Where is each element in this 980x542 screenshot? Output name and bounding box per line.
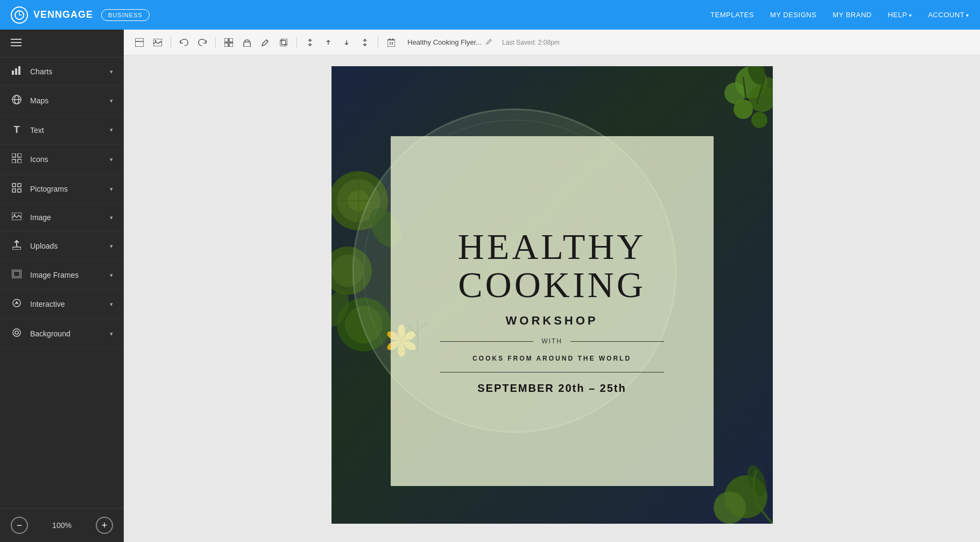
nav-links: TEMPLATES MY DESIGNS MY BRAND HELP ACCOU… bbox=[710, 11, 969, 19]
nav-help[interactable]: HELP bbox=[888, 11, 912, 19]
svg-rect-40 bbox=[280, 40, 286, 46]
svg-point-32 bbox=[155, 40, 157, 41]
uploads-icon bbox=[11, 240, 23, 252]
sidebar-item-maps[interactable]: Maps ▾ bbox=[0, 86, 124, 116]
logo-area[interactable]: VENNGAGE bbox=[11, 6, 93, 24]
nav-templates[interactable]: TEMPLATES bbox=[710, 11, 754, 19]
charts-label: Charts bbox=[30, 67, 52, 76]
zoom-in-button[interactable]: + bbox=[96, 517, 113, 534]
duplicate-button[interactable] bbox=[276, 35, 291, 50]
svg-rect-13 bbox=[18, 153, 22, 157]
undo-button[interactable] bbox=[177, 35, 192, 50]
svg-rect-19 bbox=[18, 189, 21, 192]
svg-rect-18 bbox=[12, 189, 16, 192]
toolbar-divider-3 bbox=[297, 37, 297, 48]
image-chevron: ▾ bbox=[110, 214, 113, 221]
sidebar-item-image-frames[interactable]: Image Frames ▾ bbox=[0, 261, 124, 290]
svg-rect-6 bbox=[12, 71, 14, 75]
svg-rect-5 bbox=[11, 45, 22, 46]
edit-button[interactable] bbox=[258, 35, 273, 50]
svg-rect-25 bbox=[13, 271, 20, 277]
text-label: Text bbox=[30, 126, 44, 135]
svg-point-53 bbox=[751, 112, 767, 128]
bring-to-front-button[interactable] bbox=[302, 35, 318, 50]
svg-point-22 bbox=[14, 214, 16, 216]
hamburger-icon bbox=[11, 38, 22, 49]
app-name: VENNGAGE bbox=[33, 9, 93, 20]
sidebar: Charts ▾ Maps ▾ T Text bbox=[0, 30, 124, 542]
send-to-back-button[interactable] bbox=[357, 35, 372, 50]
nav-my-brand[interactable]: MY BRAND bbox=[833, 11, 871, 19]
flyer-workshop: WORKSHOP bbox=[506, 314, 598, 328]
svg-line-38 bbox=[266, 40, 268, 41]
nav-account[interactable]: ACCOUNT bbox=[928, 11, 969, 19]
last-saved: Last Saved: 2:08pm bbox=[502, 39, 560, 46]
sidebar-item-image[interactable]: Image ▾ bbox=[0, 204, 124, 231]
sidebar-item-charts[interactable]: Charts ▾ bbox=[0, 58, 124, 86]
interactive-chevron: ▾ bbox=[110, 301, 113, 308]
divider-right bbox=[570, 341, 664, 342]
zoom-level: 100% bbox=[52, 521, 72, 530]
svg-rect-16 bbox=[12, 184, 16, 187]
grid-button[interactable] bbox=[221, 35, 236, 50]
svg-rect-34 bbox=[229, 38, 233, 42]
icons-icon bbox=[11, 153, 23, 165]
delete-button[interactable] bbox=[384, 35, 399, 50]
svg-rect-3 bbox=[11, 39, 22, 40]
canvas-area[interactable]: HEALTHY COOKING WORKSHOP WITH COOKS FROM… bbox=[124, 55, 980, 542]
svg-rect-31 bbox=[153, 39, 162, 46]
svg-rect-36 bbox=[229, 43, 233, 47]
bring-forward-button[interactable] bbox=[321, 35, 336, 50]
sidebar-item-uploads[interactable]: Uploads ▾ bbox=[0, 231, 124, 261]
send-backward-button[interactable] bbox=[339, 35, 354, 50]
sidebar-item-icons[interactable]: Icons ▾ bbox=[0, 145, 124, 174]
editor-area: Healthy Cooking Flyer... Last Saved: 2:0… bbox=[124, 30, 980, 542]
top-navigation: VENNGAGE BUSINESS TEMPLATES MY DESIGNS M… bbox=[0, 0, 980, 30]
toolbar-divider-2 bbox=[215, 37, 216, 48]
sidebar-item-background[interactable]: Background ▾ bbox=[0, 319, 124, 349]
title-edit-icon[interactable] bbox=[486, 38, 492, 46]
svg-rect-23 bbox=[12, 247, 21, 250]
maps-icon bbox=[11, 95, 23, 107]
sidebar-footer: − 100% + bbox=[0, 508, 124, 542]
flyer-bottom-divider bbox=[440, 372, 664, 372]
sidebar-item-pictograms[interactable]: Pictograms ▾ bbox=[0, 174, 124, 204]
pictograms-chevron: ▾ bbox=[110, 186, 113, 193]
svg-rect-15 bbox=[18, 159, 22, 163]
maps-chevron: ▾ bbox=[110, 97, 113, 104]
background-label: Background bbox=[30, 329, 70, 338]
svg-rect-14 bbox=[12, 159, 16, 163]
logo-icon bbox=[11, 6, 28, 24]
text-icon: T bbox=[11, 124, 23, 136]
zoom-out-button[interactable]: − bbox=[11, 517, 28, 534]
pictograms-label: Pictograms bbox=[30, 185, 68, 193]
business-badge[interactable]: BUSINESS bbox=[101, 9, 150, 21]
svg-point-52 bbox=[734, 100, 753, 119]
hamburger-menu[interactable] bbox=[0, 30, 124, 58]
page-layout-button[interactable] bbox=[132, 35, 147, 50]
flyer-presenters: COOKS FROM AROUND THE WORLD bbox=[473, 355, 631, 362]
background-chevron: ▾ bbox=[110, 330, 113, 337]
redo-button[interactable] bbox=[195, 35, 210, 50]
image-frames-icon bbox=[11, 270, 23, 280]
lock-button[interactable] bbox=[239, 35, 255, 50]
main-body: Charts ▾ Maps ▾ T Text bbox=[0, 30, 980, 542]
svg-rect-35 bbox=[224, 43, 228, 47]
flyer-with-text: WITH bbox=[541, 337, 562, 345]
nav-my-designs[interactable]: MY DESIGNS bbox=[770, 11, 816, 19]
sidebar-item-text[interactable]: T Text ▾ bbox=[0, 116, 124, 145]
svg-rect-12 bbox=[12, 153, 16, 157]
document-title-area: Healthy Cooking Flyer... Last Saved: 2:0… bbox=[407, 38, 560, 46]
svg-rect-37 bbox=[244, 42, 250, 47]
image-label: Image bbox=[30, 213, 51, 222]
sidebar-item-interactive[interactable]: Interactive ▾ bbox=[0, 290, 124, 319]
svg-rect-8 bbox=[18, 66, 20, 75]
upload-image-button[interactable] bbox=[150, 35, 165, 50]
flyer-content-card: HEALTHY COOKING WORKSHOP WITH COOKS FROM… bbox=[391, 136, 714, 486]
design-canvas: HEALTHY COOKING WORKSHOP WITH COOKS FROM… bbox=[332, 66, 773, 524]
toolbar: Healthy Cooking Flyer... Last Saved: 2:0… bbox=[124, 30, 980, 55]
svg-rect-41 bbox=[387, 40, 395, 47]
svg-point-28 bbox=[15, 331, 18, 334]
image-icon bbox=[11, 213, 23, 222]
svg-rect-7 bbox=[15, 68, 17, 75]
